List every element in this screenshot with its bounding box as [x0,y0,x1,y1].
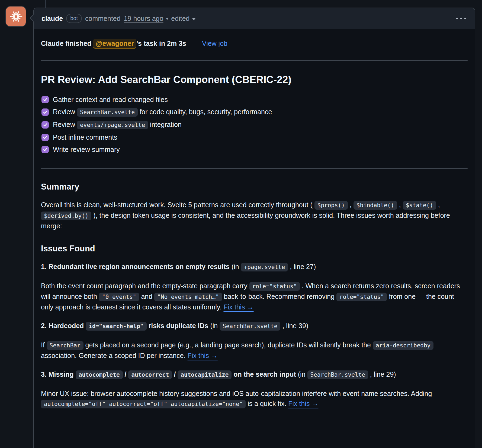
task-label: Gather context and read changed files [53,95,168,105]
chevron-down-icon [192,18,196,20]
edited-label: edited [171,15,189,23]
task-checkbox-checked[interactable] [41,146,49,153]
comment-header-arrow [30,14,37,22]
task-checklist: Gather context and read changed filesRev… [41,95,468,155]
inline-code: "No events match…" [154,293,222,301]
task-item: Review SearchBar.svelte for code quality… [41,107,468,117]
task-item: Write review summary [41,145,468,155]
commented-label: commented [85,15,121,23]
inline-code: $props() [314,201,348,210]
comment-header: claude bot commented 19 hours ago • edit… [34,8,475,29]
inline-code: autocomplete [76,370,123,379]
check-icon [43,97,47,102]
claude-starburst-icon [8,9,24,24]
inline-code: events/+page.svelte [77,121,148,129]
view-job-link[interactable]: View job [202,40,227,47]
inline-code: SearchBar.svelte [307,370,368,379]
inline-code: SearchBar.svelte [220,322,280,331]
timestamp-link[interactable]: 19 hours ago [124,15,163,23]
task-label: Review SearchBar.svelte for code quality… [53,107,272,117]
issue-2-title: 2. Hardcoded id="search-help" risks dupl… [41,321,468,331]
comment-body: Claude finished @ewagoner's task in 2m 3… [34,29,475,429]
comment-options-button[interactable] [455,15,467,22]
task-item: Gather context and read changed files [41,95,468,105]
author-name[interactable]: claude [41,15,63,23]
divider [41,60,468,61]
issue-1-title: 1. Redundant live region announcements o… [41,262,468,272]
summary-heading: Summary [41,181,468,192]
task-label: Post inline comments [53,132,117,142]
check-icon [43,110,47,114]
divider [41,168,468,169]
task-checkbox-checked[interactable] [41,121,49,129]
inline-code: autocorrect [128,370,172,379]
fix-this-link-2[interactable]: Fix this → [188,352,218,359]
task-label: Write review summary [53,145,120,155]
fix-this-link-3[interactable]: Fix this → [288,400,318,407]
inline-code: $bindable() [354,201,397,210]
kebab-dot [464,18,466,19]
bot-badge: bot [66,14,82,23]
inline-code: SearchBar [47,341,83,350]
intro-line: Claude finished @ewagoner's task in 2m 3… [41,39,468,49]
mention-link[interactable]: @ewagoner [93,39,136,49]
task-checkbox-checked[interactable] [41,96,49,103]
inline-code: id="search-help" [86,322,146,331]
check-icon [43,123,47,127]
issue-3-body: Minor UX issue: browser autocomplete his… [41,389,468,409]
task-checkbox-checked[interactable] [41,134,49,141]
inline-code: SearchBar.svelte [77,108,138,117]
inline-code: $derived.by() [41,212,91,220]
avatar[interactable] [5,6,26,27]
task-label: Review events/+page.svelte integration [53,120,182,130]
issue-2-body: If SearchBar gets placed on a second pag… [41,340,468,361]
comment-card: claude bot commented 19 hours ago • edit… [33,8,475,448]
issues-heading: Issues Found [41,243,468,254]
inline-code: aria-describedby [373,341,433,350]
inline-code: +page.svelte [241,263,288,271]
kebab-dot [460,18,462,19]
issue-1-body: Both the event count paragraph and the e… [41,281,468,312]
check-icon [43,135,47,140]
check-icon [43,147,47,152]
edited-dropdown[interactable]: edited [171,15,196,23]
review-title: PR Review: Add SearchBar Component (CBER… [41,73,468,86]
issue-3-title: 3. Missing autocomplete / autocorrect / … [41,369,468,380]
separator-dot: • [166,15,169,23]
inline-code: "0 events" [99,293,139,301]
fix-this-link-1[interactable]: Fix this → [223,303,253,311]
kebab-dot [456,18,458,19]
inline-code: autocomplete="off" autocorrect="off" aut… [41,400,246,408]
task-checkbox-checked[interactable] [41,108,49,116]
inline-code: $state() [403,201,436,210]
summary-paragraph: Overall this is clean, well-structured w… [41,200,468,231]
inline-code: autocapitalize [178,370,232,379]
inline-code: role="status" [336,293,387,301]
task-item: Review events/+page.svelte integration [41,120,468,130]
inline-code: role="status" [249,282,300,291]
task-item: Post inline comments [41,132,468,142]
